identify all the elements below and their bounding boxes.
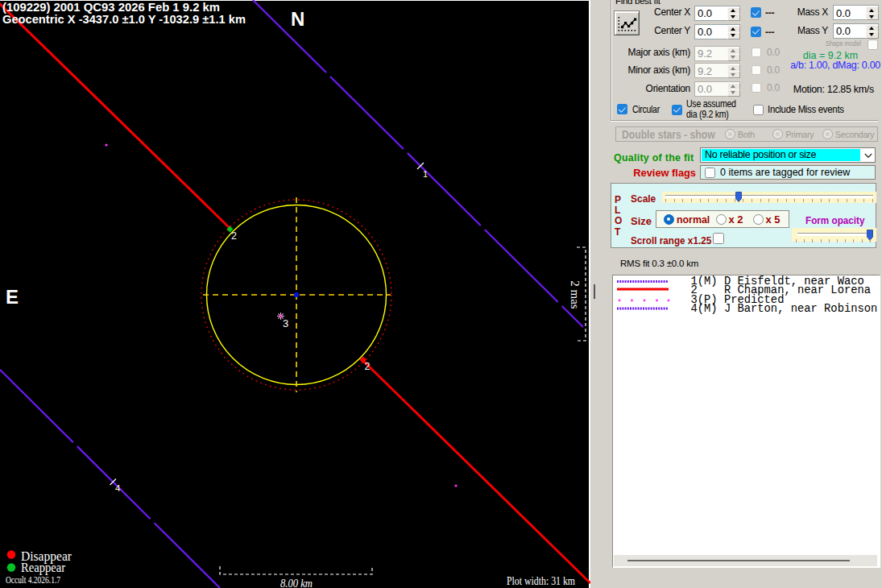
svg-text:2: 2	[365, 361, 371, 372]
svg-text:Plot width: 31 km: Plot width: 31 km	[507, 575, 575, 587]
svg-text:2 mas: 2 mas	[569, 280, 582, 309]
svg-text:4: 4	[115, 483, 121, 493]
svg-text:Reappear: Reappear	[21, 561, 66, 575]
svg-text:3: 3	[283, 317, 288, 329]
svg-text:E: E	[6, 286, 19, 308]
svg-text:8.00 km: 8.00 km	[280, 578, 313, 588]
svg-text:Geocentric X -3437.0 ±1.0 Y -1: Geocentric X -3437.0 ±1.0 Y -1032.9 ±1.1…	[2, 12, 246, 26]
svg-text:Occult 4.2026.1.7: Occult 4.2026.1.7	[6, 574, 60, 586]
svg-text:1: 1	[423, 169, 428, 179]
svg-text:N: N	[291, 8, 304, 30]
svg-text:2: 2	[231, 230, 237, 242]
